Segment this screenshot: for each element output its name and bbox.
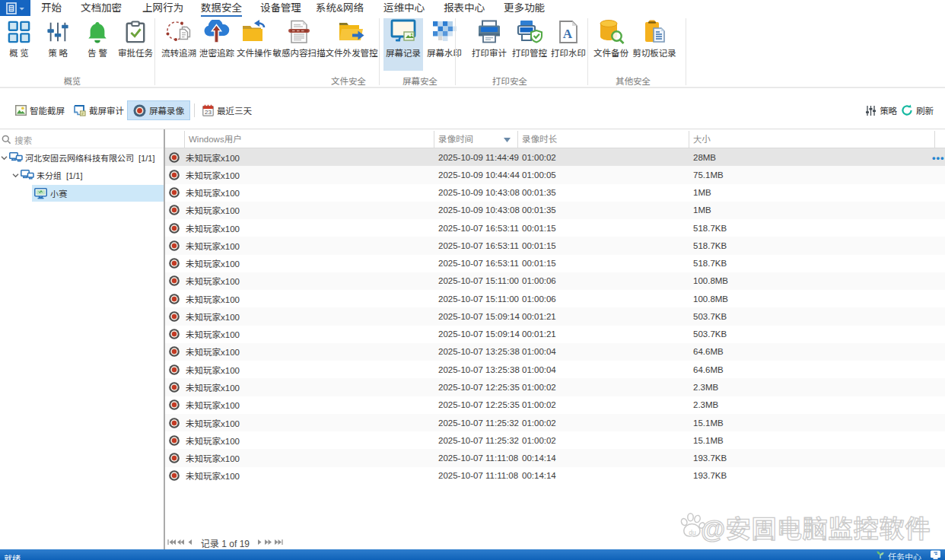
svg-text:23: 23 [205, 109, 212, 116]
svg-text:A: A [563, 27, 573, 41]
svg-text:du: du [689, 529, 696, 536]
